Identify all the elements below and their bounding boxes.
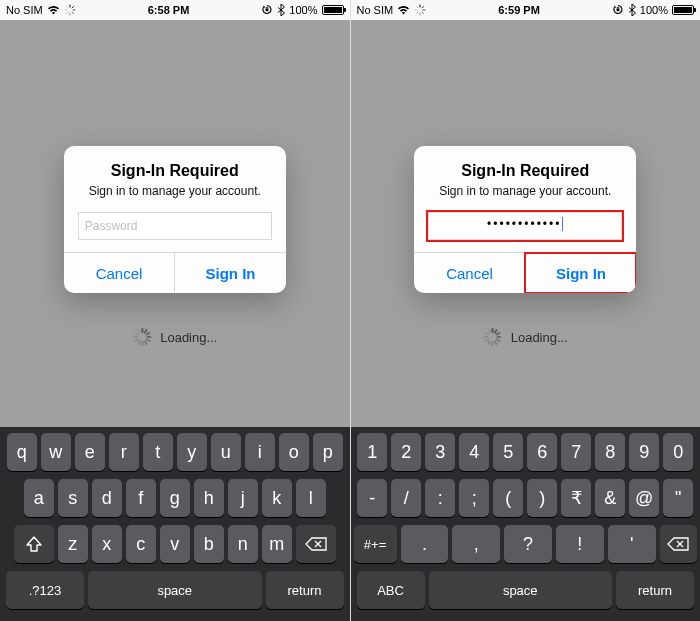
- key-&[interactable]: &: [595, 479, 625, 517]
- svg-line-5: [66, 12, 67, 13]
- key-;[interactable]: ;: [459, 479, 489, 517]
- key-a[interactable]: a: [24, 479, 54, 517]
- svg-line-1: [72, 7, 73, 8]
- key-c[interactable]: c: [126, 525, 156, 563]
- key-t[interactable]: t: [143, 433, 173, 471]
- status-time: 6:58 PM: [148, 4, 190, 16]
- key-y[interactable]: y: [177, 433, 207, 471]
- key-?[interactable]: ?: [504, 525, 552, 563]
- key-)[interactable]: ): [527, 479, 557, 517]
- battery-icon: [322, 5, 344, 15]
- key-k[interactable]: k: [262, 479, 292, 517]
- carrier-label: No SIM: [6, 4, 43, 16]
- key-n[interactable]: n: [228, 525, 258, 563]
- keyboard-row-4: ABC space return: [354, 571, 698, 609]
- battery-percent: 100%: [289, 4, 317, 16]
- key-q[interactable]: q: [7, 433, 37, 471]
- key-m[interactable]: m: [262, 525, 292, 563]
- svg-line-7: [66, 7, 67, 8]
- key-j[interactable]: j: [228, 479, 258, 517]
- alert-title: Sign-In Required: [428, 162, 622, 180]
- keyboard-row-1: 1234567890: [354, 433, 698, 471]
- status-bar: No SIM 6:58 PM 100%: [0, 0, 350, 20]
- key-d[interactable]: d: [92, 479, 122, 517]
- loading-label: Loading...: [160, 330, 217, 345]
- key-6[interactable]: 6: [527, 433, 557, 471]
- signin-button[interactable]: Sign In: [174, 253, 286, 293]
- space-key[interactable]: space: [88, 571, 262, 609]
- spinner-icon: [483, 328, 501, 346]
- key-w[interactable]: w: [41, 433, 71, 471]
- space-key[interactable]: space: [429, 571, 613, 609]
- key-s[interactable]: s: [58, 479, 88, 517]
- key-p[interactable]: p: [313, 433, 343, 471]
- text-cursor: [562, 217, 563, 231]
- key-b[interactable]: b: [194, 525, 224, 563]
- key-v[interactable]: v: [160, 525, 190, 563]
- password-input[interactable]: [78, 212, 272, 240]
- key-i[interactable]: i: [245, 433, 275, 471]
- key-e[interactable]: e: [75, 433, 105, 471]
- key-/[interactable]: /: [391, 479, 421, 517]
- backspace-key[interactable]: [296, 525, 336, 563]
- key-0[interactable]: 0: [663, 433, 693, 471]
- key-:[interactable]: :: [425, 479, 455, 517]
- key-1[interactable]: 1: [357, 433, 387, 471]
- key-h[interactable]: h: [194, 479, 224, 517]
- loading-indicator: Loading...: [483, 328, 568, 346]
- key-2[interactable]: 2: [391, 433, 421, 471]
- cancel-button[interactable]: Cancel: [414, 253, 525, 293]
- key-f[interactable]: f: [126, 479, 156, 517]
- keyboard-row-2: asdfghjkl: [3, 479, 347, 517]
- orientation-lock-icon: [261, 4, 273, 16]
- key-7[interactable]: 7: [561, 433, 591, 471]
- spinner-icon: [132, 328, 150, 346]
- abc-key[interactable]: ABC: [357, 571, 425, 609]
- key-([interactable]: (: [493, 479, 523, 517]
- key--[interactable]: -: [357, 479, 387, 517]
- key-5[interactable]: 5: [493, 433, 523, 471]
- alert-message: Sign in to manage your account.: [428, 184, 622, 198]
- key-.[interactable]: .: [401, 525, 449, 563]
- key-'[interactable]: ': [608, 525, 656, 563]
- key-l[interactable]: l: [296, 479, 326, 517]
- return-key[interactable]: return: [616, 571, 694, 609]
- key-3[interactable]: 3: [425, 433, 455, 471]
- key-z[interactable]: z: [58, 525, 88, 563]
- battery-percent: 100%: [640, 4, 668, 16]
- key-8[interactable]: 8: [595, 433, 625, 471]
- loading-label: Loading...: [511, 330, 568, 345]
- symbols-key[interactable]: #+=: [354, 525, 397, 563]
- carrier-label: No SIM: [357, 4, 394, 16]
- bluetooth-icon: [277, 4, 285, 16]
- status-bar: No SIM 6:59 PM 100%: [351, 0, 701, 20]
- key-u[interactable]: u: [211, 433, 241, 471]
- key-g[interactable]: g: [160, 479, 190, 517]
- phone-screen-left: No SIM 6:58 PM 100%: [0, 0, 350, 621]
- bluetooth-icon: [628, 4, 636, 16]
- key-@[interactable]: @: [629, 479, 659, 517]
- backspace-key[interactable]: [660, 525, 697, 563]
- orientation-lock-icon: [612, 4, 624, 16]
- key-x[interactable]: x: [92, 525, 122, 563]
- key-9[interactable]: 9: [629, 433, 659, 471]
- key-o[interactable]: o: [279, 433, 309, 471]
- shift-key[interactable]: [14, 525, 54, 563]
- signin-button[interactable]: Sign In: [525, 253, 637, 293]
- key-,[interactable]: ,: [452, 525, 500, 563]
- key-4[interactable]: 4: [459, 433, 489, 471]
- key-![interactable]: !: [556, 525, 604, 563]
- password-input[interactable]: ••••••••••••: [428, 212, 622, 240]
- key-₹[interactable]: ₹: [561, 479, 591, 517]
- loading-status-icon: [414, 4, 426, 16]
- return-key[interactable]: return: [266, 571, 344, 609]
- keyboard-row-3: zxcvbnm: [3, 525, 347, 563]
- key-"[interactable]: ": [663, 479, 693, 517]
- key-r[interactable]: r: [109, 433, 139, 471]
- svg-rect-17: [616, 9, 619, 12]
- mode-switch-key[interactable]: .?123: [6, 571, 84, 609]
- alert-message: Sign in to manage your account.: [78, 184, 272, 198]
- cancel-button[interactable]: Cancel: [64, 253, 175, 293]
- svg-line-16: [417, 7, 418, 8]
- signin-alert: Sign-In Required Sign in to manage your …: [64, 146, 286, 293]
